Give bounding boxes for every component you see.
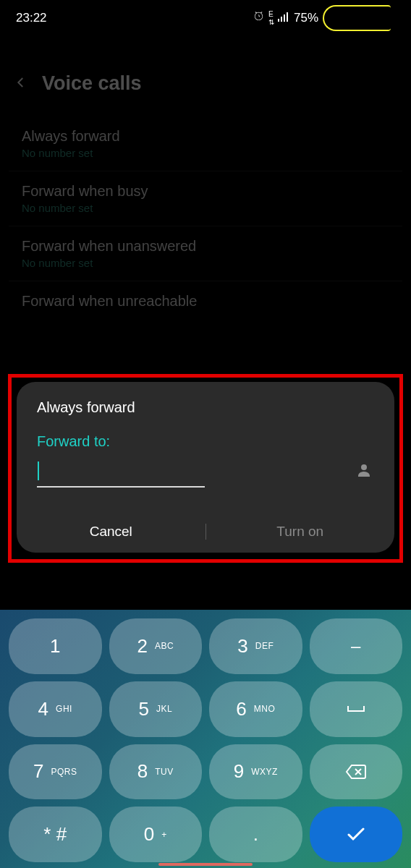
dial-key-9[interactable]: 9WXYZ [209,744,302,800]
key-letters: TUV [155,767,174,777]
setting-title: Forward when busy [22,183,389,200]
dial-key-4[interactable]: 4GHI [9,681,102,737]
dial-key-1[interactable]: 1 [9,618,102,674]
setting-forward-busy[interactable]: Forward when busy No number set [9,171,402,226]
setting-title: Forward when unreachable [22,293,389,310]
data-icon: E⇅ [268,10,274,26]
dial-key-0[interactable]: 0+ [109,807,203,862]
key-letters: ABC [155,641,174,651]
dial-key-sym[interactable]: * # [9,807,102,862]
setting-subtitle: No number set [22,147,389,159]
dialog-title: Always forward [17,399,394,433]
setting-subtitle: No number set [22,257,389,269]
svg-rect-0 [278,19,279,22]
battery-percent: 75% [294,11,318,25]
key-digit: 2 [137,635,147,658]
key-digit: 5 [138,698,148,720]
dial-key-2[interactable]: 2ABC [109,618,203,674]
dialog-highlight: Always forward Forward to: Cancel Turn o… [8,374,403,563]
forward-number-input[interactable] [37,456,205,488]
page-title: Voice calls [42,72,142,95]
page-header: Voice calls [0,36,411,116]
nav-handle[interactable] [158,863,253,866]
key-digit: 8 [137,760,148,783]
key-letters: GHI [56,704,72,714]
svg-point-4 [361,464,367,470]
key-digit: 1 [50,635,60,658]
dial-key-sym[interactable]: . [209,807,302,862]
key-digit: 4 [38,698,48,720]
key-digit: * # [43,823,67,846]
status-right: E⇅ 75% [253,5,391,31]
setting-forward-unanswered[interactable]: Forward when unanswered No number set [9,226,402,281]
backspace-key[interactable] [310,744,403,800]
dial-key-5[interactable]: 5JKL [109,681,203,737]
settings-list: Always forward No number set Forward whe… [0,116,411,321]
turn-on-button[interactable]: Turn on [206,515,395,548]
key-letters: WXYZ [251,767,278,777]
key-letters: DEF [255,641,274,651]
dial-key-8[interactable]: 8TUV [109,744,203,800]
key-digit: 6 [236,698,246,720]
back-icon[interactable] [14,76,27,92]
svg-rect-1 [281,17,282,22]
dial-key-sym[interactable]: – [310,618,403,674]
key-digit: 7 [33,760,43,783]
dialog-label: Forward to: [17,433,394,456]
setting-forward-unreachable[interactable]: Forward when unreachable [9,281,402,321]
key-letters: + [161,830,167,840]
done-key[interactable] [310,807,403,862]
setting-title: Always forward [22,128,389,145]
dial-key-3[interactable]: 3DEF [209,618,302,674]
svg-rect-2 [284,14,285,22]
clock-time: 23:22 [16,11,47,25]
contact-picker-button[interactable] [348,461,380,482]
battery-icon [323,5,391,31]
key-letters: MNO [254,704,276,714]
svg-rect-3 [287,12,288,22]
space-key[interactable] [310,681,403,737]
signal-icon [278,11,289,25]
key-digit: 3 [237,635,247,658]
forward-dialog: Always forward Forward to: Cancel Turn o… [17,382,394,553]
key-digit: 9 [234,760,244,783]
setting-subtitle: No number set [22,202,389,214]
dial-key-7[interactable]: 7PQRS [9,744,102,800]
dial-key-6[interactable]: 6MNO [209,681,302,737]
key-letters: PQRS [51,767,77,777]
setting-title: Forward when unanswered [22,238,389,255]
setting-always-forward[interactable]: Always forward No number set [9,116,402,171]
key-digit: 0 [144,823,154,846]
key-digit: – [351,636,360,656]
alarm-icon [253,11,264,25]
dial-keypad: 12ABC3DEF–4GHI5JKL6MNO7PQRS8TUV9WXYZ* #0… [0,610,411,868]
cancel-button[interactable]: Cancel [17,515,206,548]
key-letters: JKL [156,704,172,714]
key-digit: . [253,823,258,846]
status-bar: 23:22 E⇅ 75% [0,0,411,36]
